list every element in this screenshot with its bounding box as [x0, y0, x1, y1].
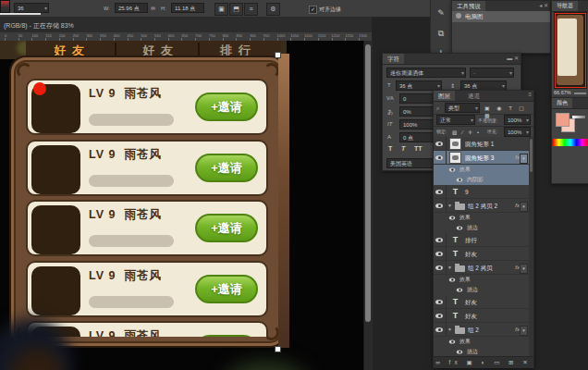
transform-anchor[interactable] — [275, 346, 281, 352]
panel-menu-icon[interactable]: ≡ — [528, 92, 532, 97]
blend-mode-select[interactable]: 正常 — [436, 115, 475, 125]
lock-icons[interactable]: ▨ ⁄ ✛ ▪ — [452, 129, 481, 136]
path-arrange-button[interactable]: ≡ — [244, 3, 258, 16]
layer-name[interactable]: 组 2 — [468, 323, 479, 337]
tab-color[interactable]: 颜色 — [552, 98, 572, 108]
effect-name[interactable]: 内阴影 — [467, 175, 484, 185]
effect-name[interactable]: 效果 — [459, 337, 471, 347]
eye-icon[interactable] — [457, 351, 462, 354]
tab-channels[interactable]: 通道 — [463, 91, 484, 101]
document-tab[interactable]: (RGB/8) - 正在存储 83% — [0, 17, 372, 33]
fill-select[interactable]: 100% — [504, 127, 531, 137]
eye-icon[interactable] — [449, 340, 455, 344]
effect-name[interactable]: 效果 — [459, 275, 471, 285]
eye-icon[interactable] — [435, 204, 443, 208]
layer-name[interactable]: 圆角矩形 3 — [465, 151, 494, 165]
size-select[interactable]: 36 — [14, 3, 49, 13]
text-layer-icon[interactable]: T — [449, 309, 461, 323]
layer-name[interactable]: 圆角矩形 1 — [465, 137, 494, 151]
shape-layer-thumbnail[interactable] — [449, 152, 461, 164]
eye-icon[interactable] — [457, 227, 462, 230]
fx-collapse-chevron[interactable]: ▾ — [520, 202, 528, 212]
text-layer-icon[interactable]: T — [449, 233, 461, 247]
eye-icon[interactable] — [457, 289, 462, 292]
layer-visibility-cell[interactable] — [434, 185, 447, 198]
invite-button[interactable]: +邀请 — [195, 275, 258, 303]
effect-name[interactable]: 效果 — [459, 165, 471, 175]
collapsed-panel-icon[interactable]: ✎ — [431, 4, 451, 22]
color-slider[interactable] — [572, 116, 585, 118]
navigator-zoom-slider[interactable] — [574, 92, 586, 94]
text-layer-icon[interactable]: T — [449, 247, 461, 261]
all-caps-button[interactable]: TT — [414, 145, 423, 152]
align-edges-checkbox[interactable]: ✓ — [309, 6, 317, 14]
eye-icon[interactable] — [435, 327, 443, 332]
layer-effect-row[interactable]: 描边 — [434, 347, 529, 356]
link-dimensions-icon[interactable]: ∞ — [151, 5, 155, 12]
eye-icon[interactable] — [435, 300, 443, 304]
layer-visibility-cell[interactable] — [434, 261, 447, 274]
invite-button[interactable]: +邀请 — [195, 92, 258, 121]
scrollbar-thumb[interactable] — [365, 44, 371, 322]
color-spectrum-ramp[interactable] — [553, 139, 588, 146]
text-layer-icon[interactable]: T — [449, 295, 461, 309]
layer-row[interactable]: 圆角矩形 3fx▾ — [434, 151, 529, 165]
width-field[interactable]: 25.96 点 — [115, 3, 148, 13]
navigator-zoom-value[interactable]: 66.67% — [554, 90, 571, 95]
opacity-select[interactable]: 100% — [504, 115, 531, 125]
layer-visibility-cell[interactable] — [434, 199, 447, 212]
foreground-color-swatch[interactable] — [556, 113, 570, 127]
layer-row[interactable]: 圆角矩形 1 — [434, 137, 529, 151]
vertical-scale-field[interactable]: 100% — [399, 119, 436, 130]
layer-visibility-cell[interactable] — [434, 247, 447, 260]
fx-collapse-chevron[interactable]: ▾ — [520, 264, 528, 274]
fx-collapse-chevron[interactable]: ▾ — [520, 326, 528, 336]
layer-visibility-cell[interactable] — [434, 295, 447, 308]
faux-italic-button[interactable]: T — [401, 145, 405, 152]
tool-preset-item[interactable]: 电脑图 — [452, 11, 550, 22]
navigator-proxy-view[interactable] — [555, 13, 586, 88]
layer-row[interactable]: T9 — [434, 185, 529, 199]
collapsed-panel-icon[interactable]: ⧉ — [431, 24, 451, 43]
effect-name[interactable]: 效果 — [459, 213, 471, 223]
group-expander-icon[interactable]: ▼ — [447, 199, 452, 213]
navigator-thumbnail[interactable] — [554, 12, 587, 89]
height-field[interactable]: 11.18 点 — [171, 3, 204, 13]
path-alignment-button[interactable]: ⬒ — [229, 3, 243, 16]
layer-visibility-cell[interactable] — [434, 309, 447, 322]
layers-bottom-bar[interactable]: ∞ fx ▣ ◐ ▭ ⊞ ✕ — [434, 356, 533, 368]
invite-button[interactable]: +邀请 — [195, 154, 258, 182]
layer-effect-row[interactable]: 效果 — [434, 275, 529, 285]
layer-name[interactable]: 好友 — [465, 247, 477, 261]
layer-name[interactable]: 组 2 拷贝 2 — [468, 199, 497, 213]
panel-menu-icon[interactable]: ◂ ✕ — [539, 2, 548, 8]
baseline-field[interactable]: 0 点 — [399, 132, 436, 142]
tab-tool-presets[interactable]: 工具预设 — [452, 1, 485, 11]
layer-row[interactable]: ▼组 2 拷贝 2fx▾ — [434, 199, 529, 213]
layer-visibility-cell[interactable] — [434, 137, 447, 150]
layer-visibility-cell[interactable] — [434, 151, 447, 164]
scrollbar-thumb[interactable] — [530, 139, 533, 172]
faux-bold-button[interactable]: T — [388, 145, 392, 152]
effect-name[interactable]: 描边 — [467, 223, 478, 233]
path-operations-button[interactable]: ▣ — [214, 3, 228, 16]
layer-effect-row[interactable]: 效果 — [434, 213, 529, 223]
eye-icon[interactable] — [435, 238, 443, 242]
layer-row[interactable]: T好友 — [434, 295, 529, 309]
gear-icon[interactable]: ⚙ — [266, 3, 280, 16]
document-canvas[interactable]: 好友 好友 排行 LV 9雨苍风+邀请LV 9雨苍风+邀请LV 9雨苍风+邀请L… — [0, 41, 363, 370]
canvas-vertical-scrollbar[interactable] — [363, 41, 373, 370]
font-style-select[interactable]: - — [470, 68, 514, 78]
tool-preset-icon[interactable] — [0, 0, 10, 13]
layer-row[interactable]: ▼组 2 拷贝fx▾ — [434, 261, 529, 275]
layer-effect-row[interactable]: 效果 — [434, 165, 529, 175]
layer-visibility-cell[interactable] — [434, 233, 447, 246]
text-layer-icon[interactable]: T — [449, 185, 461, 199]
eye-icon[interactable] — [435, 252, 443, 256]
layer-effect-row[interactable]: 描边 — [434, 223, 529, 233]
panel-collapse-close-icons[interactable]: ▬ ✕ — [507, 55, 519, 61]
shape-layer-thumbnail[interactable] — [449, 138, 461, 150]
font-family-select[interactable]: 迷你简潇洒体 — [386, 68, 466, 78]
transform-anchor[interactable] — [275, 52, 281, 58]
eye-icon[interactable] — [435, 314, 443, 318]
